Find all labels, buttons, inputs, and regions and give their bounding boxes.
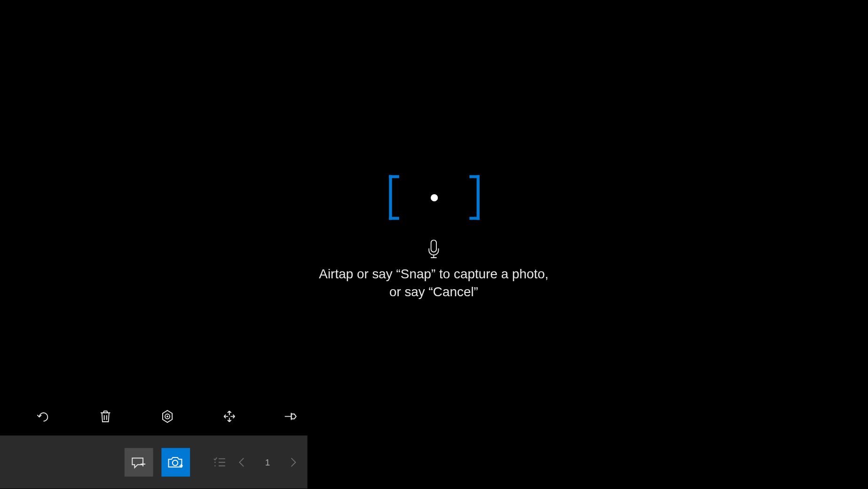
instruction-line-2: or say “Cancel” bbox=[0, 283, 868, 300]
instruction-line-1: Airtap or say “Snap” to capture a photo, bbox=[0, 265, 868, 283]
page-number: 1 bbox=[258, 457, 277, 467]
annotate-icon bbox=[131, 456, 147, 469]
tool-row bbox=[36, 409, 299, 424]
bottom-panel: 1 bbox=[0, 435, 308, 489]
locate-icon bbox=[160, 409, 174, 423]
move-icon bbox=[223, 410, 236, 423]
svg-rect-0 bbox=[431, 240, 436, 252]
svg-point-12 bbox=[173, 460, 178, 465]
viewfinder bbox=[389, 175, 480, 220]
pin-icon bbox=[284, 411, 298, 422]
svg-point-19 bbox=[214, 465, 216, 466]
bracket-left-icon bbox=[389, 175, 399, 220]
camera-button[interactable] bbox=[161, 448, 190, 476]
chevron-right-icon bbox=[289, 456, 298, 468]
next-page-button[interactable] bbox=[285, 456, 301, 468]
svg-point-7 bbox=[166, 416, 168, 418]
list-button[interactable] bbox=[213, 457, 226, 467]
chevron-left-icon bbox=[238, 456, 246, 468]
bracket-right-icon bbox=[469, 175, 480, 220]
instruction-text: Airtap or say “Snap” to capture a photo,… bbox=[0, 265, 868, 300]
pin-button[interactable] bbox=[284, 409, 299, 424]
delete-button[interactable] bbox=[98, 409, 113, 424]
locate-button[interactable] bbox=[160, 409, 175, 424]
center-dot-icon bbox=[431, 194, 438, 201]
move-button[interactable] bbox=[221, 409, 237, 424]
annotate-button[interactable] bbox=[125, 448, 153, 476]
undo-icon bbox=[37, 410, 50, 423]
svg-point-18 bbox=[214, 461, 216, 463]
camera-icon bbox=[167, 455, 184, 469]
undo-button[interactable] bbox=[36, 409, 51, 424]
list-icon bbox=[213, 457, 226, 467]
trash-icon bbox=[100, 410, 111, 423]
microphone-icon bbox=[427, 239, 440, 259]
prev-page-button[interactable] bbox=[234, 456, 250, 468]
